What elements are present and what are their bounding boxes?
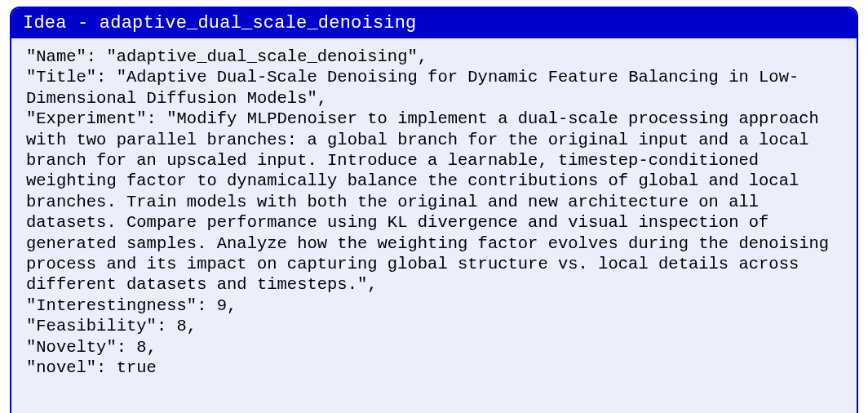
field-novel: "novel": true [26, 357, 842, 378]
field-interestingness-value: 9 [217, 296, 227, 315]
card-body: "Name": "adaptive_dual_scale_denoising",… [11, 38, 857, 413]
field-name-value: adaptive_dual_scale_denoising [117, 47, 408, 66]
field-name: "Name": "adaptive_dual_scale_denoising", [26, 47, 842, 67]
field-title-value: Adaptive Dual-Scale Denoising for Dynami… [26, 68, 799, 107]
field-title: "Title": "Adaptive Dual-Scale Denoising … [26, 67, 842, 109]
header-name: adaptive_dual_scale_denoising [100, 13, 417, 33]
field-novel-value: true [117, 358, 157, 377]
header-prefix: Idea - [23, 13, 100, 33]
field-experiment-value: Modify MLPDenoiser to implement a dual-s… [26, 109, 839, 294]
field-experiment: "Experiment": "Modify MLPDenoiser to imp… [26, 109, 842, 295]
card-header: Idea - adaptive_dual_scale_denoising [11, 8, 857, 38]
field-feasibility-value: 8 [177, 317, 187, 335]
field-novelty: "Novelty": 8, [26, 337, 842, 357]
field-interestingness: "Interestingness": 9, [26, 295, 842, 316]
field-feasibility: "Feasibility": 8, [26, 316, 842, 336]
idea-card: Idea - adaptive_dual_scale_denoising "Na… [10, 7, 858, 413]
field-novelty-value: 8 [136, 338, 146, 357]
